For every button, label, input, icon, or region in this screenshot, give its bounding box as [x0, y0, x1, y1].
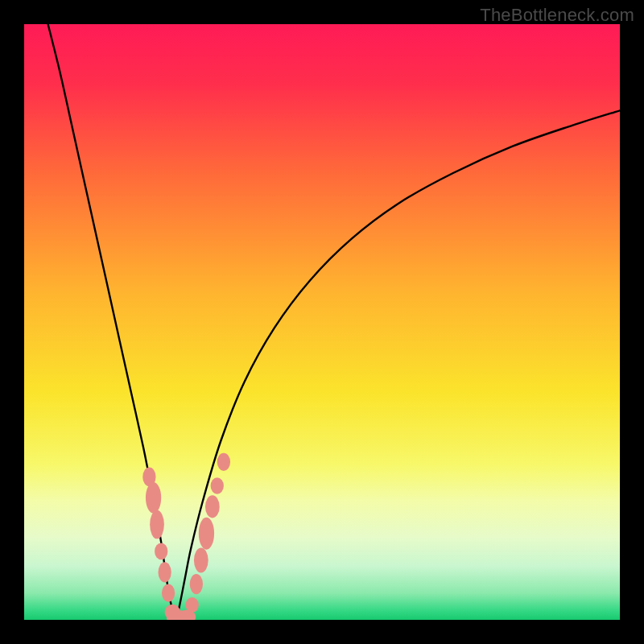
marker-15 — [211, 477, 224, 494]
marker-12 — [194, 547, 208, 572]
gradient-background — [24, 24, 620, 620]
chart-frame: TheBottleneck.com — [0, 0, 644, 644]
plot-area — [24, 24, 620, 620]
marker-2 — [150, 510, 164, 539]
watermark-text: TheBottleneck.com — [480, 5, 634, 26]
marker-4 — [159, 562, 171, 582]
marker-10 — [186, 597, 199, 613]
marker-3 — [155, 543, 167, 560]
marker-13 — [199, 518, 214, 550]
marker-1 — [146, 482, 161, 513]
marker-11 — [190, 574, 203, 594]
marker-14 — [205, 495, 220, 518]
marker-16 — [217, 453, 230, 471]
chart-svg — [24, 24, 620, 620]
marker-5 — [162, 584, 175, 602]
